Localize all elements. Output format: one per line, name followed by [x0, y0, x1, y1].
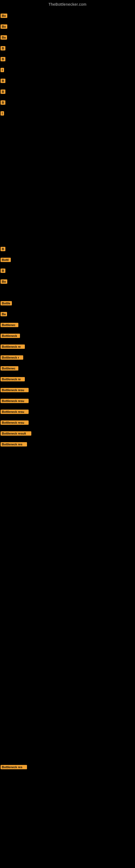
- badge-item: Bottleneck res: [1, 442, 27, 446]
- badge-item: Bottl: [1, 258, 11, 262]
- badge-item: B: [1, 269, 5, 273]
- site-title: TheBottlenecker.com: [0, 0, 135, 8]
- badge-item: I: [1, 68, 4, 72]
- badge-item: Bottle: [1, 301, 12, 305]
- badge-item: Bottleneck resu: [1, 410, 29, 414]
- badge-item: Bottlenec: [1, 323, 18, 327]
- badge-item: Bottleneck: [1, 334, 20, 338]
- badge-item: B: [1, 90, 5, 94]
- badge-item: Bottleneck re: [1, 377, 25, 381]
- badge-item: Bottleneck resu: [1, 388, 29, 392]
- badge-item: Bo: [1, 279, 7, 284]
- badge-item: Bottleneck re: [1, 344, 25, 349]
- badge-item: B: [1, 100, 5, 105]
- badge-item: Bottleneck r: [1, 355, 23, 360]
- badge-item: B: [1, 79, 5, 83]
- badge-item: Bottleneck resu: [1, 421, 29, 425]
- badge-item: Bo: [1, 24, 7, 29]
- badge-item: Bo: [1, 13, 7, 18]
- badge-item: B: [1, 57, 5, 61]
- badge-item: I: [1, 111, 4, 116]
- badge-item: B: [1, 247, 5, 251]
- badge-item: Bottleneck res: [1, 765, 27, 769]
- badge-item: Bottlenec: [1, 366, 18, 371]
- badge-item: B: [1, 46, 5, 51]
- badge-item: Ba: [1, 312, 7, 316]
- badge-item: Ba: [1, 35, 7, 40]
- badge-item: Bottleneck result: [1, 431, 31, 436]
- badge-item: Bottleneck resu: [1, 399, 29, 403]
